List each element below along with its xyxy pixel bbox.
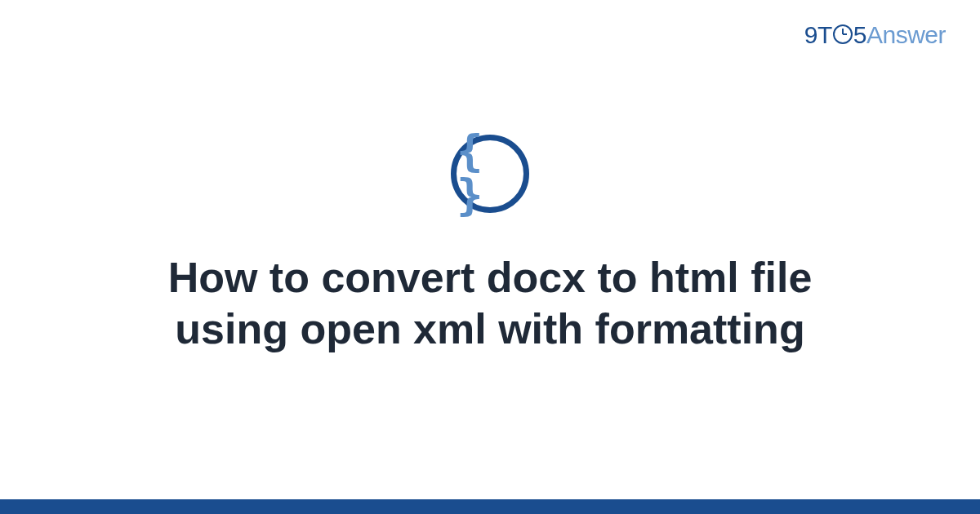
footer-accent-bar (0, 499, 980, 514)
code-braces-icon: { } (457, 130, 523, 218)
main-content: { } How to convert docx to html file usi… (0, 0, 980, 514)
category-badge: { } (451, 135, 529, 213)
page-title: How to convert docx to html file using o… (82, 252, 898, 356)
